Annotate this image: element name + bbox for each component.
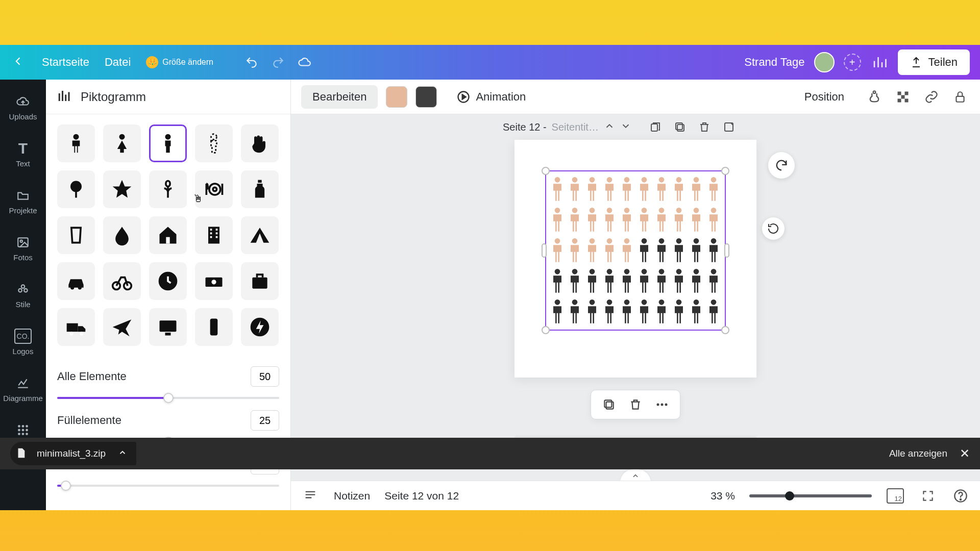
svg-rect-108: [606, 402, 614, 409]
folder-icon: [14, 188, 32, 203]
zoom-label[interactable]: 33 %: [710, 490, 735, 502]
download-expand-icon[interactable]: [118, 448, 127, 460]
grid-view-button[interactable]: 12: [886, 487, 904, 505]
icon-option-bolt[interactable]: [241, 308, 279, 346]
duplicate-icon[interactable]: [600, 396, 618, 413]
icon-option-bike[interactable]: [103, 262, 141, 300]
trash-icon[interactable]: [627, 396, 644, 413]
all-elements-slider[interactable]: [57, 391, 279, 405]
avatar[interactable]: [814, 52, 835, 72]
canvas-stage[interactable]: Seite 12 - Seitentit…: [291, 114, 980, 481]
rail-uploads[interactable]: Uploads: [0, 85, 46, 130]
icon-option-clock[interactable]: [149, 262, 187, 300]
page-up-button[interactable]: [604, 120, 615, 134]
regenerate-button[interactable]: [768, 152, 795, 179]
svg-point-95: [676, 269, 682, 274]
zoom-slider[interactable]: [749, 494, 872, 497]
icon-option-hand[interactable]: [241, 124, 279, 162]
page-canvas[interactable]: [514, 140, 756, 378]
edit-button[interactable]: Bearbeiten: [301, 85, 378, 109]
position-button[interactable]: Position: [793, 85, 855, 109]
show-all-downloads[interactable]: Alle anzeigen: [889, 448, 947, 459]
home-link[interactable]: Startseite: [42, 56, 89, 69]
pictogram-unit: [688, 174, 704, 204]
rotate-button[interactable]: [762, 217, 785, 240]
resize-handle-bl[interactable]: [542, 326, 550, 334]
notes-icon[interactable]: [301, 487, 320, 505]
icon-option-car[interactable]: [57, 262, 95, 300]
document-title[interactable]: Strand Tage: [744, 56, 804, 69]
icon-option-plane[interactable]: [103, 308, 141, 346]
resize-handle-ml[interactable]: [542, 243, 547, 258]
animation-button[interactable]: Animation: [445, 85, 537, 109]
rail-photos[interactable]: Fotos: [0, 226, 46, 270]
icon-option-star[interactable]: [103, 170, 141, 208]
icon-option-phone[interactable]: [195, 308, 233, 346]
rail-styles[interactable]: Stile: [0, 272, 46, 317]
fill-elements-input[interactable]: 25: [251, 410, 279, 431]
duplicate-slide-icon[interactable]: [647, 118, 664, 136]
icon-option-house[interactable]: [149, 216, 187, 254]
notes-label[interactable]: Notizen: [334, 490, 370, 502]
icon-option-person-dotted[interactable]: [195, 124, 233, 162]
new-slide-icon[interactable]: [720, 118, 738, 136]
delete-slide-icon[interactable]: [696, 118, 713, 136]
page-down-button[interactable]: [620, 120, 631, 134]
svg-point-94: [659, 269, 665, 274]
icon-option-monitor[interactable]: [149, 308, 187, 346]
icon-option-briefcase[interactable]: [241, 262, 279, 300]
icon-option-bottle[interactable]: [241, 170, 279, 208]
svg-point-102: [624, 299, 630, 305]
insights-button[interactable]: [870, 56, 889, 69]
copy-slide-icon[interactable]: [671, 118, 689, 136]
all-elements-input[interactable]: 50: [251, 366, 279, 387]
icon-option-glass[interactable]: [57, 216, 95, 254]
resize-handle-mr[interactable]: [724, 243, 729, 258]
collapse-pages-button[interactable]: [620, 469, 651, 481]
help-button[interactable]: [951, 487, 970, 505]
svg-point-87: [711, 238, 717, 244]
resize-handle-tl[interactable]: [542, 167, 550, 175]
pictogram-unit: [653, 174, 670, 204]
pictogram-element[interactable]: [545, 170, 726, 331]
page-title-input[interactable]: Seitentit…: [552, 121, 599, 133]
rail-text[interactable]: T Text: [0, 132, 46, 177]
icon-option-person-man[interactable]: [57, 124, 95, 162]
icon-option-plate[interactable]: [195, 170, 233, 208]
icon-option-person-woman[interactable]: [103, 124, 141, 162]
link-icon[interactable]: [922, 87, 941, 107]
icon-option-person-simple[interactable]: [149, 124, 187, 162]
icon-option-plant[interactable]: [149, 170, 187, 208]
icon-option-banknote[interactable]: [195, 262, 233, 300]
gap-slider[interactable]: [57, 479, 279, 493]
download-item[interactable]: minimalist_3.zip: [10, 442, 136, 465]
color-swatch-primary[interactable]: [386, 86, 407, 108]
svg-point-85: [676, 238, 682, 244]
resize-handle-tr[interactable]: [721, 167, 729, 175]
undo-button[interactable]: [245, 56, 258, 69]
file-menu[interactable]: Datei: [105, 56, 131, 69]
lock-icon[interactable]: [950, 87, 970, 107]
color-swatch-secondary[interactable]: [415, 86, 437, 108]
back-button[interactable]: [10, 53, 27, 71]
add-collaborator-button[interactable]: +: [844, 54, 861, 71]
close-downloads-icon[interactable]: ✕: [960, 446, 970, 461]
resize-handle-br[interactable]: [721, 326, 729, 334]
rail-logos[interactable]: CO. Logos: [0, 319, 46, 364]
nudge-icon[interactable]: [865, 87, 884, 107]
resize-button[interactable]: 👑 Größe ändern: [146, 56, 213, 68]
transparency-icon[interactable]: [893, 87, 913, 107]
icon-option-drop[interactable]: [103, 216, 141, 254]
icon-option-building[interactable]: [195, 216, 233, 254]
redo-button[interactable]: [272, 56, 285, 69]
fullscreen-button[interactable]: [919, 487, 937, 505]
more-icon[interactable]: [653, 396, 671, 413]
icon-option-truck[interactable]: [57, 308, 95, 346]
share-button[interactable]: Teilen: [898, 49, 970, 75]
icon-option-tree[interactable]: [57, 170, 95, 208]
cloud-sync-icon[interactable]: [298, 56, 311, 69]
icon-option-tent[interactable]: [241, 216, 279, 254]
svg-point-60: [590, 177, 595, 183]
rail-projects[interactable]: Projekte: [0, 179, 46, 223]
rail-diagrams[interactable]: Diagramme: [0, 366, 46, 411]
